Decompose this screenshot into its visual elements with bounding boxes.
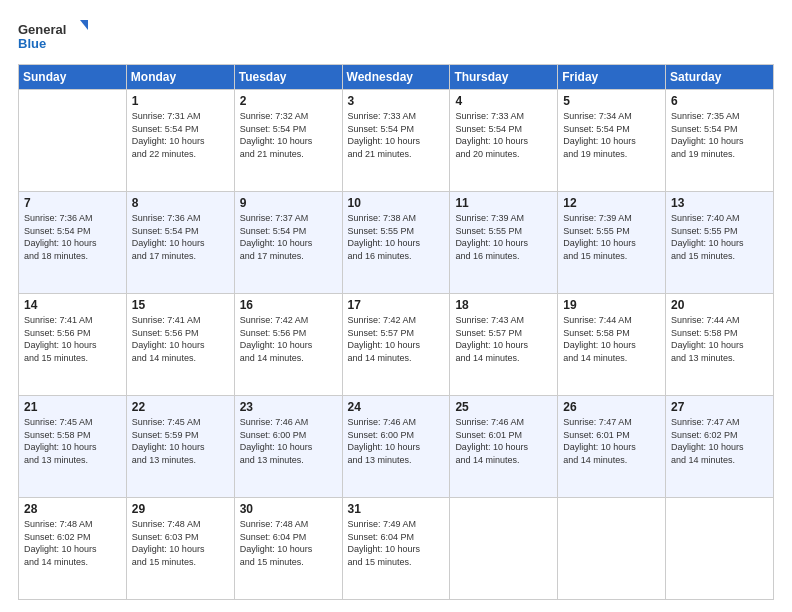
calendar-cell: 22Sunrise: 7:45 AM Sunset: 5:59 PM Dayli… xyxy=(126,396,234,498)
calendar-cell: 29Sunrise: 7:48 AM Sunset: 6:03 PM Dayli… xyxy=(126,498,234,600)
day-number: 19 xyxy=(563,298,660,312)
weekday-sunday: Sunday xyxy=(19,65,127,90)
calendar-cell: 5Sunrise: 7:34 AM Sunset: 5:54 PM Daylig… xyxy=(558,90,666,192)
calendar-cell: 6Sunrise: 7:35 AM Sunset: 5:54 PM Daylig… xyxy=(666,90,774,192)
day-info: Sunrise: 7:44 AM Sunset: 5:58 PM Dayligh… xyxy=(671,314,768,364)
day-info: Sunrise: 7:38 AM Sunset: 5:55 PM Dayligh… xyxy=(348,212,445,262)
calendar-cell: 23Sunrise: 7:46 AM Sunset: 6:00 PM Dayli… xyxy=(234,396,342,498)
day-number: 23 xyxy=(240,400,337,414)
day-number: 26 xyxy=(563,400,660,414)
week-row-3: 14Sunrise: 7:41 AM Sunset: 5:56 PM Dayli… xyxy=(19,294,774,396)
calendar-cell xyxy=(666,498,774,600)
day-info: Sunrise: 7:42 AM Sunset: 5:56 PM Dayligh… xyxy=(240,314,337,364)
calendar-cell: 12Sunrise: 7:39 AM Sunset: 5:55 PM Dayli… xyxy=(558,192,666,294)
calendar-cell: 10Sunrise: 7:38 AM Sunset: 5:55 PM Dayli… xyxy=(342,192,450,294)
calendar-cell: 9Sunrise: 7:37 AM Sunset: 5:54 PM Daylig… xyxy=(234,192,342,294)
calendar-cell xyxy=(450,498,558,600)
day-info: Sunrise: 7:39 AM Sunset: 5:55 PM Dayligh… xyxy=(455,212,552,262)
week-row-4: 21Sunrise: 7:45 AM Sunset: 5:58 PM Dayli… xyxy=(19,396,774,498)
day-number: 29 xyxy=(132,502,229,516)
week-row-1: 1Sunrise: 7:31 AM Sunset: 5:54 PM Daylig… xyxy=(19,90,774,192)
calendar-cell: 7Sunrise: 7:36 AM Sunset: 5:54 PM Daylig… xyxy=(19,192,127,294)
svg-text:General: General xyxy=(18,22,66,37)
day-info: Sunrise: 7:46 AM Sunset: 6:01 PM Dayligh… xyxy=(455,416,552,466)
calendar-cell xyxy=(558,498,666,600)
day-info: Sunrise: 7:41 AM Sunset: 5:56 PM Dayligh… xyxy=(24,314,121,364)
day-info: Sunrise: 7:42 AM Sunset: 5:57 PM Dayligh… xyxy=(348,314,445,364)
day-number: 7 xyxy=(24,196,121,210)
day-info: Sunrise: 7:47 AM Sunset: 6:02 PM Dayligh… xyxy=(671,416,768,466)
day-info: Sunrise: 7:47 AM Sunset: 6:01 PM Dayligh… xyxy=(563,416,660,466)
calendar-cell: 15Sunrise: 7:41 AM Sunset: 5:56 PM Dayli… xyxy=(126,294,234,396)
day-number: 13 xyxy=(671,196,768,210)
weekday-thursday: Thursday xyxy=(450,65,558,90)
calendar-cell xyxy=(19,90,127,192)
header: General Blue xyxy=(18,18,774,56)
day-info: Sunrise: 7:33 AM Sunset: 5:54 PM Dayligh… xyxy=(348,110,445,160)
day-info: Sunrise: 7:48 AM Sunset: 6:04 PM Dayligh… xyxy=(240,518,337,568)
day-info: Sunrise: 7:32 AM Sunset: 5:54 PM Dayligh… xyxy=(240,110,337,160)
day-number: 3 xyxy=(348,94,445,108)
day-info: Sunrise: 7:48 AM Sunset: 6:02 PM Dayligh… xyxy=(24,518,121,568)
day-info: Sunrise: 7:45 AM Sunset: 5:59 PM Dayligh… xyxy=(132,416,229,466)
calendar-cell: 13Sunrise: 7:40 AM Sunset: 5:55 PM Dayli… xyxy=(666,192,774,294)
day-number: 28 xyxy=(24,502,121,516)
day-info: Sunrise: 7:43 AM Sunset: 5:57 PM Dayligh… xyxy=(455,314,552,364)
day-info: Sunrise: 7:35 AM Sunset: 5:54 PM Dayligh… xyxy=(671,110,768,160)
day-info: Sunrise: 7:36 AM Sunset: 5:54 PM Dayligh… xyxy=(132,212,229,262)
weekday-monday: Monday xyxy=(126,65,234,90)
day-number: 12 xyxy=(563,196,660,210)
calendar-cell: 24Sunrise: 7:46 AM Sunset: 6:00 PM Dayli… xyxy=(342,396,450,498)
day-info: Sunrise: 7:45 AM Sunset: 5:58 PM Dayligh… xyxy=(24,416,121,466)
day-info: Sunrise: 7:34 AM Sunset: 5:54 PM Dayligh… xyxy=(563,110,660,160)
week-row-5: 28Sunrise: 7:48 AM Sunset: 6:02 PM Dayli… xyxy=(19,498,774,600)
calendar-cell: 31Sunrise: 7:49 AM Sunset: 6:04 PM Dayli… xyxy=(342,498,450,600)
calendar-cell: 4Sunrise: 7:33 AM Sunset: 5:54 PM Daylig… xyxy=(450,90,558,192)
day-number: 31 xyxy=(348,502,445,516)
day-number: 24 xyxy=(348,400,445,414)
day-number: 9 xyxy=(240,196,337,210)
day-info: Sunrise: 7:33 AM Sunset: 5:54 PM Dayligh… xyxy=(455,110,552,160)
calendar-cell: 16Sunrise: 7:42 AM Sunset: 5:56 PM Dayli… xyxy=(234,294,342,396)
day-info: Sunrise: 7:44 AM Sunset: 5:58 PM Dayligh… xyxy=(563,314,660,364)
day-info: Sunrise: 7:31 AM Sunset: 5:54 PM Dayligh… xyxy=(132,110,229,160)
day-info: Sunrise: 7:48 AM Sunset: 6:03 PM Dayligh… xyxy=(132,518,229,568)
calendar-cell: 25Sunrise: 7:46 AM Sunset: 6:01 PM Dayli… xyxy=(450,396,558,498)
weekday-tuesday: Tuesday xyxy=(234,65,342,90)
calendar-cell: 14Sunrise: 7:41 AM Sunset: 5:56 PM Dayli… xyxy=(19,294,127,396)
calendar-cell: 1Sunrise: 7:31 AM Sunset: 5:54 PM Daylig… xyxy=(126,90,234,192)
weekday-saturday: Saturday xyxy=(666,65,774,90)
week-row-2: 7Sunrise: 7:36 AM Sunset: 5:54 PM Daylig… xyxy=(19,192,774,294)
day-info: Sunrise: 7:39 AM Sunset: 5:55 PM Dayligh… xyxy=(563,212,660,262)
day-number: 15 xyxy=(132,298,229,312)
day-number: 17 xyxy=(348,298,445,312)
day-number: 2 xyxy=(240,94,337,108)
day-info: Sunrise: 7:49 AM Sunset: 6:04 PM Dayligh… xyxy=(348,518,445,568)
svg-text:Blue: Blue xyxy=(18,36,46,51)
calendar-cell: 8Sunrise: 7:36 AM Sunset: 5:54 PM Daylig… xyxy=(126,192,234,294)
day-info: Sunrise: 7:46 AM Sunset: 6:00 PM Dayligh… xyxy=(240,416,337,466)
svg-marker-2 xyxy=(80,20,88,30)
logo: General Blue xyxy=(18,18,88,56)
day-number: 20 xyxy=(671,298,768,312)
day-number: 1 xyxy=(132,94,229,108)
day-info: Sunrise: 7:46 AM Sunset: 6:00 PM Dayligh… xyxy=(348,416,445,466)
day-number: 25 xyxy=(455,400,552,414)
calendar-cell: 18Sunrise: 7:43 AM Sunset: 5:57 PM Dayli… xyxy=(450,294,558,396)
calendar-cell: 27Sunrise: 7:47 AM Sunset: 6:02 PM Dayli… xyxy=(666,396,774,498)
calendar-cell: 28Sunrise: 7:48 AM Sunset: 6:02 PM Dayli… xyxy=(19,498,127,600)
day-number: 11 xyxy=(455,196,552,210)
calendar-cell: 17Sunrise: 7:42 AM Sunset: 5:57 PM Dayli… xyxy=(342,294,450,396)
day-number: 18 xyxy=(455,298,552,312)
page: General Blue SundayMondayTuesdayWednesda… xyxy=(0,0,792,612)
day-info: Sunrise: 7:40 AM Sunset: 5:55 PM Dayligh… xyxy=(671,212,768,262)
calendar-cell: 11Sunrise: 7:39 AM Sunset: 5:55 PM Dayli… xyxy=(450,192,558,294)
calendar-cell: 19Sunrise: 7:44 AM Sunset: 5:58 PM Dayli… xyxy=(558,294,666,396)
weekday-friday: Friday xyxy=(558,65,666,90)
calendar-cell: 21Sunrise: 7:45 AM Sunset: 5:58 PM Dayli… xyxy=(19,396,127,498)
day-number: 6 xyxy=(671,94,768,108)
day-info: Sunrise: 7:41 AM Sunset: 5:56 PM Dayligh… xyxy=(132,314,229,364)
day-number: 27 xyxy=(671,400,768,414)
calendar-cell: 26Sunrise: 7:47 AM Sunset: 6:01 PM Dayli… xyxy=(558,396,666,498)
day-number: 8 xyxy=(132,196,229,210)
